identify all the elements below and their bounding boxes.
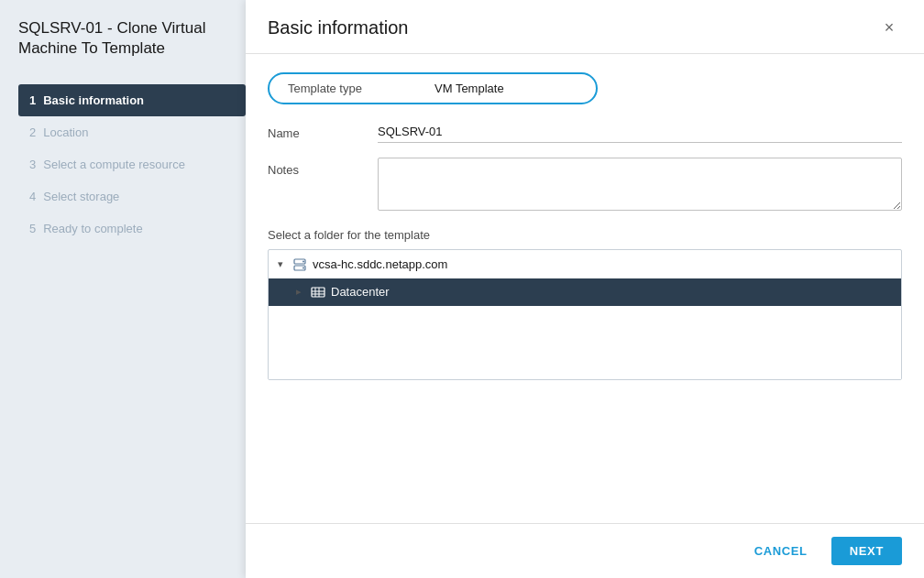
template-type-value: VM Template [434,82,504,95]
main-footer: CANCEL NEXT [246,523,924,578]
dialog-wrapper: SQLSRV-01 - Clone Virtual Machine To Tem… [0,0,924,578]
template-type-label: Template type [288,82,398,95]
step-num: 4 [29,190,36,203]
notes-label: Notes [268,158,378,177]
tree-datacenter-row[interactable]: Datacenter [269,278,901,307]
main-body: Template type VM Template Name Notes Sel… [246,54,924,523]
name-row: Name [268,121,902,143]
tree-root-chevron [278,258,292,270]
sidebar-step-4: 4Select storage [18,180,246,213]
step-label: Ready to complete [43,222,142,235]
step-label: Basic information [43,93,144,107]
close-icon: × [885,18,895,38]
folder-tree: vcsa-hc.sddc.netapp.com Dat [268,249,902,380]
name-label: Name [268,121,378,140]
close-button[interactable]: × [876,15,902,40]
dialog-title: Basic information [268,17,408,38]
notes-input[interactable] [378,158,902,211]
name-input-wrap [378,121,902,143]
cancel-button[interactable]: CANCEL [742,537,820,565]
tree-datacenter-chevron [296,286,311,298]
sidebar-step-2: 2Location [18,116,246,148]
template-type-row: Template type VM Template [268,72,598,104]
datacenter-icon [311,285,325,300]
svg-rect-4 [312,288,324,297]
step-num: 3 [29,158,36,171]
notes-row: Notes [268,158,902,213]
next-button[interactable]: NEXT [831,537,902,565]
tree-datacenter-label: Datacenter [331,285,390,299]
folder-section-label: Select a folder for the template [268,228,902,242]
sidebar-step-5: 5Ready to complete [18,213,246,245]
notes-input-wrap [378,158,902,213]
name-input[interactable] [378,121,902,143]
step-label: Select a compute resource [43,158,185,171]
svg-point-3 [302,267,304,268]
sidebar: SQLSRV-01 - Clone Virtual Machine To Tem… [0,0,246,578]
sidebar-title: SQLSRV-01 - Clone Virtual Machine To Tem… [18,18,246,59]
sidebar-steps: 1Basic information2Location3Select a com… [18,84,246,245]
main-content: Basic information × Template type VM Tem… [246,0,924,578]
step-num: 1 [29,93,36,107]
sidebar-step-1: 1Basic information [18,84,246,116]
step-num: 5 [29,222,36,235]
tree-root-label: vcsa-hc.sddc.netapp.com [313,257,447,271]
main-header: Basic information × [246,0,924,54]
sidebar-step-3: 3Select a compute resource [18,148,246,180]
server-icon [292,256,307,272]
tree-spacer [269,306,901,379]
tree-root-row[interactable]: vcsa-hc.sddc.netapp.com [269,250,901,278]
svg-point-2 [302,260,304,262]
step-num: 2 [29,125,36,139]
step-label: Select storage [43,190,119,203]
step-label: Location [43,125,88,139]
